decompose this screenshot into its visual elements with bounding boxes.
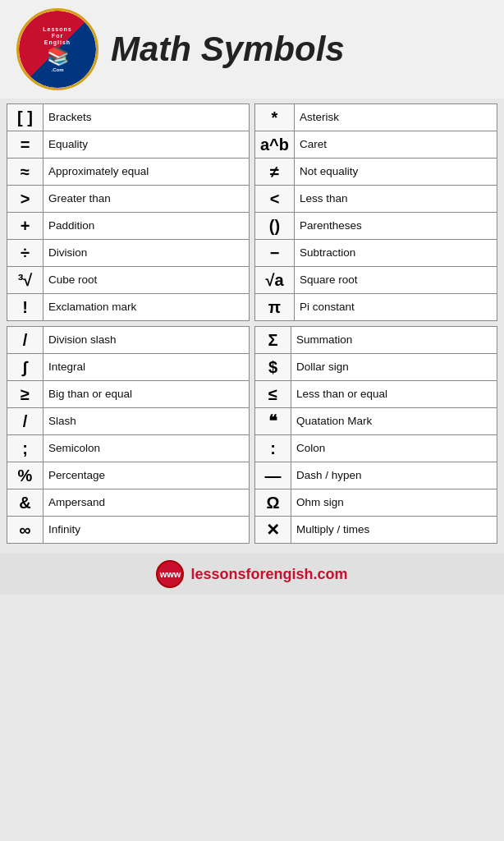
label-cell: Pi constant (295, 294, 497, 321)
symbol-cell: ≈ (7, 159, 44, 186)
symbol-cell: ≠ (255, 159, 295, 186)
logo-icon: 📚 (47, 46, 69, 67)
symbol-cell: : (255, 435, 291, 462)
symbol-cell: ³√ (7, 267, 44, 294)
label-cell: Summation (291, 327, 497, 354)
label-cell: Square root (295, 267, 497, 294)
symbol-cell: a^b (255, 131, 295, 159)
label-cell: Percentage (44, 462, 250, 489)
label-cell: Cube root (44, 267, 250, 294)
table-row: ∫Integral (7, 354, 250, 381)
symbol-cell: ∞ (7, 517, 44, 544)
label-cell: Infinity (44, 517, 250, 544)
logo-text-top: LessonsForEnglish (43, 26, 71, 45)
symbol-cell: ✕ (255, 517, 291, 544)
table-row: ≥Big than or equal (7, 381, 250, 408)
table-row: ∞Infinity (7, 517, 250, 544)
label-cell: Caret (295, 131, 497, 159)
label-cell: Slash (44, 408, 250, 435)
logo-text-bottom: .Com (52, 67, 64, 72)
footer: www lessonsforengish.com (0, 554, 504, 595)
label-cell: Parentheses (295, 213, 497, 240)
symbol-cell: & (7, 489, 44, 517)
label-cell: Colon (291, 435, 497, 462)
symbol-cell: Ω (255, 489, 291, 517)
symbol-cell: > (7, 186, 44, 213)
table-row: ÷Division (7, 240, 250, 267)
label-cell: Brackets (44, 104, 250, 131)
symbol-cell: < (255, 186, 295, 213)
symbol-cell: $ (255, 354, 291, 381)
table-row: [ ]Brackets (7, 104, 250, 131)
label-cell: Less than (295, 186, 497, 213)
table-row: ≠Not equality (255, 159, 497, 186)
footer-logo: www (156, 560, 184, 588)
label-cell: Big than or equal (44, 381, 250, 408)
logo-circle: LessonsForEnglish 📚 .Com (16, 8, 99, 90)
table-row: $Dollar sign (255, 354, 497, 381)
symbol-cell: ÷ (7, 240, 44, 267)
label-cell: Multiply / times (291, 517, 497, 544)
section-2: /Division slash∫Integral≥Big than or equ… (7, 326, 497, 544)
table-section1-left: [ ]Brackets=Equality≈Approximately equal… (7, 103, 250, 321)
table-row: =Equality (7, 131, 250, 159)
table-row: :Colon (255, 435, 497, 462)
label-cell: Equality (44, 131, 250, 159)
table-row: ❝Quatation Mark (255, 408, 497, 435)
table-row: %Percentage (7, 462, 250, 489)
label-cell: Paddition (44, 213, 250, 240)
table-row: ;Semicolon (7, 435, 250, 462)
symbol-cell: ; (7, 435, 44, 462)
symbol-cell: — (255, 462, 291, 489)
symbol-cell: ≤ (255, 381, 291, 408)
table-row: ≈Approximately equal (7, 159, 250, 186)
footer-logo-text: www (160, 569, 181, 579)
table-section1-right: *Asteriska^bCaret≠Not equality<Less than… (254, 103, 497, 321)
label-cell: Not equality (295, 159, 497, 186)
page-title: Math Symbols (111, 30, 345, 69)
table-row: −Subtraction (255, 240, 497, 267)
tables-container: [ ]Brackets=Equality≈Approximately equal… (0, 99, 504, 549)
label-cell: Division (44, 240, 250, 267)
label-cell: Less than or equal (291, 381, 497, 408)
footer-url: lessonsforengish.com (190, 566, 347, 583)
table-row: ΩOhm sign (255, 489, 497, 517)
table-section2-left: /Division slash∫Integral≥Big than or equ… (7, 326, 250, 544)
symbol-cell: ≥ (7, 381, 44, 408)
symbol-cell: √a (255, 267, 295, 294)
label-cell: Dash / hypen (291, 462, 497, 489)
table-row: √aSquare root (255, 267, 497, 294)
symbol-cell: * (255, 104, 295, 131)
label-cell: Subtraction (295, 240, 497, 267)
table-row: ³√Cube root (7, 267, 250, 294)
symbol-cell: [ ] (7, 104, 44, 131)
table-row: +Paddition (7, 213, 250, 240)
symbol-cell: / (7, 327, 44, 354)
symbol-cell: () (255, 213, 295, 240)
logo-inner: LessonsForEnglish 📚 .Com (19, 11, 96, 88)
table-row: ()Parentheses (255, 213, 497, 240)
symbol-cell: % (7, 462, 44, 489)
table-row: *Asterisk (255, 104, 497, 131)
label-cell: Asterisk (295, 104, 497, 131)
header: LessonsForEnglish 📚 .Com Math Symbols (0, 0, 504, 99)
table-row: ✕Multiply / times (255, 517, 497, 544)
label-cell: Integral (44, 354, 250, 381)
label-cell: Quatation Mark (291, 408, 497, 435)
table-row: πPi constant (255, 294, 497, 321)
symbol-cell: = (7, 131, 44, 159)
table-row: <Less than (255, 186, 497, 213)
symbol-cell: Σ (255, 327, 291, 354)
symbol-cell: ! (7, 294, 44, 321)
table-row: /Slash (7, 408, 250, 435)
section-1: [ ]Brackets=Equality≈Approximately equal… (7, 103, 497, 321)
label-cell: Exclamation mark (44, 294, 250, 321)
table-row: a^bCaret (255, 131, 497, 159)
symbol-cell: ∫ (7, 354, 44, 381)
label-cell: Semicolon (44, 435, 250, 462)
symbol-cell: π (255, 294, 295, 321)
label-cell: Ampersand (44, 489, 250, 517)
label-cell: Division slash (44, 327, 250, 354)
label-cell: Greater than (44, 186, 250, 213)
label-cell: Approximately equal (44, 159, 250, 186)
